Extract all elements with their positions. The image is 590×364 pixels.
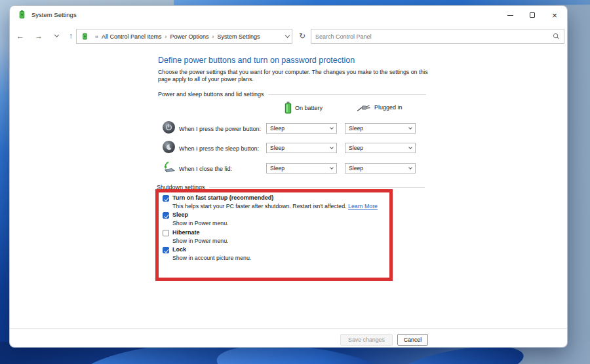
close-icon: × — [552, 11, 557, 20]
sleep-button-plugged-in-select[interactable]: Sleep — [345, 143, 416, 153]
minimize-icon — [507, 15, 513, 16]
chevron-down-icon — [330, 166, 334, 170]
selected-value: Sleep — [349, 165, 363, 172]
hibernate-label: Hibernate — [172, 229, 200, 236]
chevron-down-icon — [408, 145, 412, 149]
row-label-power-button: When I press the power button: — [179, 126, 261, 132]
lock-label: Lock — [172, 246, 186, 253]
column-header-on-battery: On battery — [285, 101, 323, 114]
window-title: System Settings — [31, 11, 77, 18]
power-options-breadcrumb-icon — [81, 32, 89, 41]
page-title: Define power buttons and turn on passwor… — [158, 56, 355, 65]
column-header-plugged-in: Plugged in — [357, 103, 403, 111]
chevron-down-icon — [408, 126, 412, 130]
row-label-sleep-button: When I press the sleep button: — [179, 145, 259, 152]
chevron-down-icon — [330, 126, 334, 130]
sleep-checkbox[interactable] — [163, 212, 169, 219]
power-button-on-battery-select[interactable]: Sleep — [266, 123, 337, 134]
row-label-close-lid: When I close the lid: — [179, 166, 232, 172]
lid-on-battery-select[interactable]: Sleep — [266, 163, 337, 173]
group-power-sleep-lid: Power and sleep buttons and lid settings — [158, 91, 426, 98]
refresh-button[interactable]: ↻ — [296, 30, 308, 42]
description-text: This helps start your PC faster after sh… — [172, 203, 348, 209]
power-button-icon — [163, 121, 176, 134]
group-divider — [209, 187, 425, 188]
group-label: Power and sleep buttons and lid settings — [158, 91, 268, 98]
sleep-label: Sleep — [172, 211, 188, 218]
system-settings-window: System Settings × ← → ↑ « All Control Pa… — [9, 5, 568, 348]
power-button-plugged-in-select[interactable]: Sleep — [345, 123, 416, 134]
recent-pages-button[interactable] — [49, 29, 64, 43]
hibernate-description: Show in Power menu. — [172, 238, 229, 244]
selected-value: Sleep — [270, 125, 285, 132]
breadcrumb-system-settings[interactable]: System Settings — [218, 33, 260, 40]
chevron-down-icon — [330, 145, 334, 149]
selected-value: Sleep — [270, 145, 285, 151]
sleep-button-icon — [163, 141, 176, 154]
forward-button[interactable]: → — [31, 29, 47, 43]
lock-checkbox[interactable] — [163, 247, 169, 253]
sleep-button-on-battery-select[interactable]: Sleep — [266, 143, 337, 153]
search-input[interactable] — [315, 33, 553, 40]
battery-icon — [285, 101, 292, 114]
lock-description: Show in account picture menu. — [172, 255, 251, 261]
minimize-button[interactable] — [499, 6, 521, 24]
cancel-button[interactable]: Cancel — [397, 334, 428, 346]
search-icon — [553, 33, 560, 40]
navigation-toolbar: ← → ↑ « All Control Panel Items › Power … — [10, 24, 567, 49]
learn-more-link[interactable]: Learn More — [348, 203, 378, 209]
address-dropdown-icon[interactable] — [285, 33, 290, 37]
close-button[interactable]: × — [543, 6, 566, 24]
lid-close-icon — [162, 161, 175, 174]
page-description: Choose the power settings that you want … — [158, 69, 429, 83]
power-options-app-icon — [17, 10, 27, 20]
sleep-description: Show in Power menu. — [172, 220, 229, 227]
breadcrumb-separator: › — [212, 33, 214, 40]
breadcrumb-power-options[interactable]: Power Options — [170, 33, 209, 40]
maximize-icon — [530, 12, 535, 18]
search-box[interactable] — [311, 29, 564, 44]
fast-startup-checkbox[interactable] — [163, 195, 169, 202]
breadcrumb-prefix: « — [95, 33, 98, 40]
column-label: Plugged in — [374, 104, 403, 111]
address-bar[interactable]: « All Control Panel Items › Power Option… — [76, 29, 292, 44]
chevron-down-icon — [408, 166, 412, 170]
selected-value: Sleep — [270, 165, 285, 172]
save-changes-button[interactable]: Save changes — [340, 334, 393, 346]
selected-value: Sleep — [349, 145, 363, 151]
breadcrumb-all-control-panel-items[interactable]: All Control Panel Items — [102, 33, 162, 40]
group-divider — [268, 94, 426, 95]
title-bar[interactable]: System Settings × — [10, 6, 567, 24]
column-label: On battery — [295, 105, 323, 111]
breadcrumb-separator: › — [165, 33, 167, 40]
hibernate-checkbox[interactable] — [163, 230, 169, 236]
plug-icon — [357, 103, 371, 111]
fast-startup-description: This helps start your PC faster after sh… — [172, 203, 378, 209]
chevron-down-icon — [54, 33, 58, 37]
selected-value: Sleep — [349, 125, 363, 132]
maximize-button[interactable] — [521, 6, 543, 24]
footer-divider — [10, 328, 567, 329]
back-button[interactable]: ← — [12, 29, 28, 43]
lid-plugged-in-select[interactable]: Sleep — [345, 163, 416, 173]
fast-startup-label: Turn on fast startup (recommended) — [172, 194, 273, 201]
